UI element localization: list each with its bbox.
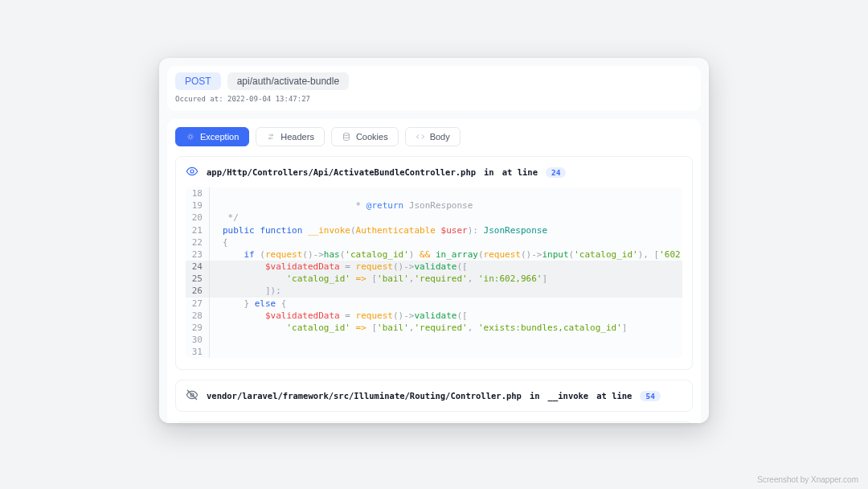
request-line: POST api/auth/activate-bundle: [175, 72, 693, 90]
code-source: ]);: [210, 285, 682, 297]
code-source: 'catalog_id' => ['bail','required', 'in:…: [210, 273, 682, 285]
tab-cookies[interactable]: Cookies: [331, 127, 399, 146]
stack-frame-1: vendor/laravel/framework/src/Illuminate/…: [175, 380, 693, 412]
code-line: 25 'catalog_id' => ['bail','required', '…: [186, 273, 682, 285]
code-line: 22{: [186, 236, 682, 249]
code-source: [210, 346, 682, 358]
tab-exception[interactable]: Exception: [175, 127, 249, 146]
code-line: 21public function __invoke(Authenticatab…: [186, 224, 682, 236]
code-source: */: [210, 212, 682, 224]
code-block: 1819 * @return JsonResponse20 */21public…: [186, 187, 682, 358]
stack-frame-2: vendor/laravel/framework/src/Illuminate/…: [175, 421, 693, 423]
stack-frame-0-file: app/Http/Controllers/Api/ActivateBundleC…: [207, 167, 476, 177]
tab-cookies-label: Cookies: [356, 132, 388, 142]
tab-headers[interactable]: Headers: [256, 127, 325, 146]
code-source: if (request()->has('catalog_id') && in_a…: [210, 249, 682, 261]
code-line: 31: [186, 346, 682, 358]
line-number: 28: [186, 310, 210, 322]
stack-frame-1-file: vendor/laravel/framework/src/Illuminate/…: [207, 391, 522, 401]
code-line: 18: [186, 187, 682, 199]
code-line: 29 'catalog_id' => ['bail','required', '…: [186, 322, 682, 334]
bug-icon: [186, 132, 195, 142]
svg-point-0: [189, 135, 192, 138]
line-number: 20: [186, 212, 210, 224]
watermark: Screenshot by Xnapper.com: [757, 475, 858, 484]
eye-off-icon: [186, 388, 199, 403]
line-number: 31: [186, 346, 210, 358]
code-source: public function __invoke(Authenticatable…: [210, 224, 682, 236]
occurred-at: Occured at: 2022-09-04 13:47:27: [175, 95, 693, 103]
code-source: {: [210, 236, 682, 249]
eye-icon: [186, 165, 199, 179]
code-line: 23 if (request()->has('catalog_id') && i…: [186, 249, 682, 261]
tab-headers-label: Headers: [280, 132, 314, 142]
stack-frame-1-in: in: [530, 391, 540, 401]
code-source: [210, 187, 682, 199]
tab-body[interactable]: Body: [405, 127, 461, 146]
line-number: 21: [186, 224, 210, 236]
stack-frame-0-header[interactable]: app/Http/Controllers/Api/ActivateBundleC…: [176, 157, 692, 187]
stack-frame-0-at: at line: [502, 167, 538, 177]
code-icon: [416, 132, 425, 142]
code-line: 27 } else {: [186, 298, 682, 310]
code-source: 'catalog_id' => ['bail','required', 'exi…: [210, 322, 682, 334]
code-line: 26 ]);: [186, 285, 682, 297]
error-inspector-panel: POST api/auth/activate-bundle Occured at…: [159, 58, 709, 423]
code-line: 24 $validatedData = request()->validate(…: [186, 261, 682, 273]
code-line: 20 */: [186, 212, 682, 224]
line-number: 26: [186, 285, 210, 297]
code-source: } else {: [210, 298, 682, 310]
line-number: 22: [186, 236, 210, 249]
stacktrace-card: Exception Headers Cookies Body app/Http/: [167, 119, 701, 423]
code-line: 28 $validatedData = request()->validate(…: [186, 310, 682, 322]
code-source: [210, 334, 682, 346]
line-number: 24: [186, 261, 210, 273]
stack-frame-1-method: __invoke: [548, 391, 589, 401]
line-number: 29: [186, 322, 210, 334]
stack-frame-0: app/Http/Controllers/Api/ActivateBundleC…: [175, 156, 693, 370]
tabs-row: Exception Headers Cookies Body: [175, 127, 693, 146]
code-line: 30: [186, 334, 682, 346]
request-header-card: POST api/auth/activate-bundle Occured at…: [167, 66, 701, 111]
svg-point-2: [190, 170, 194, 173]
svg-point-1: [343, 134, 349, 136]
line-number: 27: [186, 298, 210, 310]
endpoint-badge: api/auth/activate-bundle: [227, 72, 349, 90]
code-line: 19 * @return JsonResponse: [186, 199, 682, 212]
swap-icon: [266, 132, 276, 142]
code-source: $validatedData = request()->validate([: [210, 261, 682, 273]
http-method-badge: POST: [175, 72, 221, 90]
code-source: * @return JsonResponse: [210, 199, 682, 212]
line-number: 18: [186, 187, 210, 199]
database-icon: [342, 132, 351, 142]
stack-frame-1-line: 54: [640, 391, 660, 401]
occurred-at-value: 2022-09-04 13:47:27: [227, 95, 310, 103]
occurred-at-label: Occured at:: [175, 95, 223, 103]
stack-frame-1-at: at line: [596, 391, 632, 401]
stack-frame-2-header[interactable]: vendor/laravel/framework/src/Illuminate/…: [176, 422, 692, 423]
tab-body-label: Body: [430, 132, 450, 142]
line-number: 23: [186, 249, 210, 261]
stack-frame-1-header[interactable]: vendor/laravel/framework/src/Illuminate/…: [176, 380, 692, 411]
line-number: 25: [186, 273, 210, 285]
code-source: $validatedData = request()->validate([: [210, 310, 682, 322]
stack-frame-0-in: in: [484, 167, 494, 177]
stack-frame-0-line: 24: [546, 167, 566, 178]
tab-exception-label: Exception: [200, 132, 239, 142]
line-number: 30: [186, 334, 210, 346]
line-number: 19: [186, 199, 210, 212]
